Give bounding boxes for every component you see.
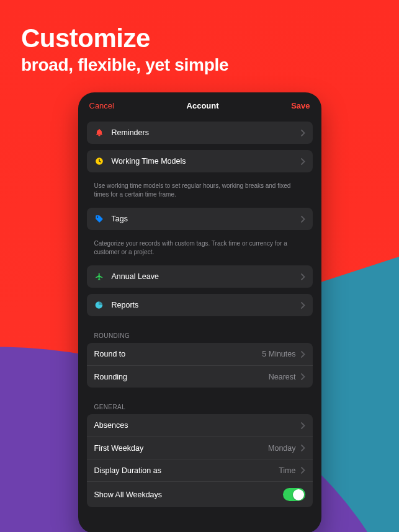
- bell-icon: [94, 128, 104, 138]
- reports-card: Reports: [87, 294, 313, 316]
- navbar: Cancel Account Save: [78, 92, 321, 117]
- chevron-right-icon: [301, 422, 305, 429]
- chevron-right-icon: [301, 302, 305, 309]
- reports-label: Reports: [112, 301, 301, 309]
- chevron-right-icon: [301, 273, 305, 280]
- round-to-label: Round to: [94, 350, 262, 358]
- first-weekday-value: Monday: [268, 444, 295, 453]
- wtm-label: Working Time Models: [112, 157, 301, 166]
- display-duration-row[interactable]: Display Duration as Time: [87, 459, 313, 481]
- device-frame: Cancel Account Save Reminders Working Ti…: [78, 92, 321, 532]
- page-title: Account: [187, 101, 219, 110]
- chevron-right-icon: [301, 158, 305, 165]
- chevron-right-icon: [301, 130, 305, 136]
- first-weekday-row[interactable]: First Weekday Monday: [87, 437, 313, 459]
- annual-row[interactable]: Annual Leave: [87, 265, 313, 288]
- first-weekday-label: First Weekday: [94, 444, 269, 453]
- general-card: Absences First Weekday Monday Display Du…: [87, 414, 313, 507]
- reports-row[interactable]: Reports: [87, 294, 313, 316]
- tags-footer: Categorize your records with custom tags…: [87, 236, 313, 265]
- wtm-footer: Use working time models to set regular h…: [87, 179, 313, 208]
- cancel-button[interactable]: Cancel: [89, 101, 114, 110]
- general-section-header: GENERAL: [87, 394, 313, 414]
- rounding-section-header: ROUNDING: [87, 322, 313, 343]
- round-to-value: 5 Minutes: [262, 350, 295, 358]
- plane-icon: [94, 272, 104, 282]
- save-button[interactable]: Save: [291, 101, 310, 110]
- hero-text: Customize broad, flexible, yet simple: [0, 0, 399, 75]
- hero-title: Customize: [21, 24, 378, 53]
- rounding-card: Round to 5 Minutes Rounding Nearest: [87, 343, 313, 388]
- clock-icon: [94, 156, 104, 166]
- absences-label: Absences: [94, 421, 301, 430]
- chevron-right-icon: [301, 216, 305, 223]
- chevron-right-icon: [301, 445, 305, 451]
- chevron-right-icon: [301, 351, 305, 358]
- display-duration-value: Time: [279, 466, 295, 475]
- show-all-weekdays-toggle[interactable]: [283, 488, 305, 501]
- round-to-row[interactable]: Round to 5 Minutes: [87, 343, 313, 365]
- hero-subtitle: broad, flexible, yet simple: [21, 55, 378, 75]
- chevron-right-icon: [301, 467, 305, 474]
- absences-row[interactable]: Absences: [87, 414, 313, 437]
- show-all-weekdays-row: Show All Weekdays: [87, 481, 313, 507]
- reminders-row[interactable]: Reminders: [87, 122, 313, 144]
- rounding-value: Nearest: [269, 373, 296, 381]
- rounding-row[interactable]: Rounding Nearest: [87, 365, 313, 388]
- reminders-label: Reminders: [112, 128, 301, 137]
- wtm-row[interactable]: Working Time Models: [87, 150, 313, 172]
- reminders-card: Reminders: [87, 122, 313, 144]
- chevron-right-icon: [301, 373, 305, 380]
- rounding-label: Rounding: [94, 373, 269, 381]
- tags-card: Tags: [87, 208, 313, 230]
- wtm-card: Working Time Models: [87, 150, 313, 172]
- display-duration-label: Display Duration as: [94, 466, 279, 475]
- show-all-weekdays-label: Show All Weekdays: [94, 490, 283, 499]
- pie-icon: [94, 300, 104, 310]
- tags-row[interactable]: Tags: [87, 208, 313, 230]
- annual-card: Annual Leave: [87, 265, 313, 288]
- tag-icon: [94, 214, 104, 224]
- annual-label: Annual Leave: [112, 272, 301, 281]
- tags-label: Tags: [112, 215, 301, 223]
